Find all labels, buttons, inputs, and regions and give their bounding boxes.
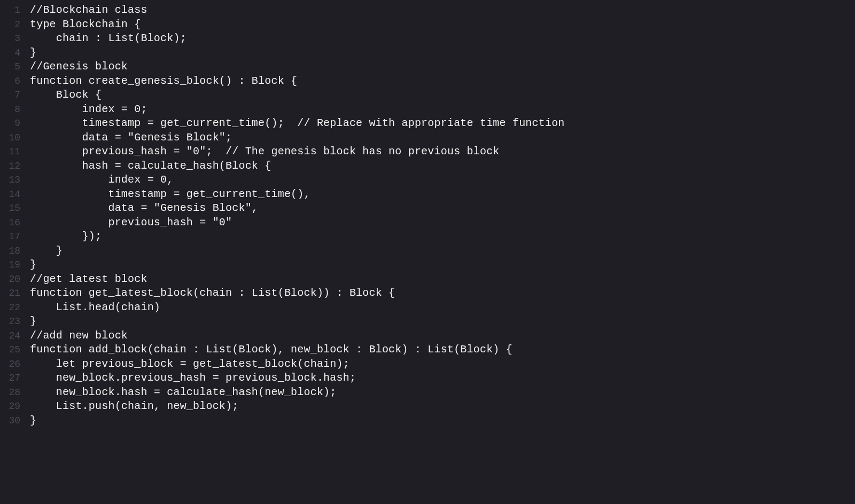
line-number: 24 — [0, 329, 20, 343]
code-line[interactable]: List.push(chain, new_block); — [30, 399, 855, 414]
line-number: 28 — [0, 385, 20, 400]
code-line[interactable]: } — [30, 414, 855, 428]
line-number: 15 — [0, 201, 20, 216]
code-line[interactable]: function get_latest_block(chain : List(B… — [30, 286, 855, 301]
line-number: 1 — [0, 3, 20, 18]
line-number: 22 — [0, 301, 20, 315]
code-line[interactable]: new_block.previous_hash = previous_block… — [30, 371, 855, 385]
line-number: 3 — [0, 32, 20, 46]
line-number: 12 — [0, 159, 20, 174]
line-number: 16 — [0, 216, 20, 230]
code-line[interactable]: let previous_block = get_latest_block(ch… — [30, 357, 855, 372]
line-number: 8 — [0, 103, 20, 117]
line-number: 5 — [0, 60, 20, 74]
code-line[interactable]: new_block.hash = calculate_hash(new_bloc… — [30, 385, 855, 400]
line-number: 26 — [0, 357, 20, 372]
code-line[interactable]: }); — [30, 230, 855, 244]
code-line[interactable]: //Genesis block — [30, 60, 855, 74]
line-number: 6 — [0, 74, 20, 89]
line-number: 30 — [0, 414, 20, 428]
code-line[interactable]: } — [30, 314, 855, 329]
line-number: 20 — [0, 272, 20, 287]
code-line[interactable]: function create_genesis_block() : Block … — [30, 74, 855, 89]
code-line[interactable]: } — [30, 258, 855, 272]
line-number: 9 — [0, 116, 20, 131]
line-number: 21 — [0, 286, 20, 301]
line-number: 10 — [0, 131, 20, 145]
line-number: 25 — [0, 343, 20, 357]
line-number-gutter: 1234567891011121314151617181920212223242… — [0, 3, 26, 428]
line-number: 14 — [0, 187, 20, 202]
line-number: 27 — [0, 371, 20, 385]
code-line[interactable]: Block { — [30, 88, 855, 103]
code-content-area[interactable]: //Blockchain classtype Blockchain { chai… — [26, 3, 855, 428]
code-line[interactable]: hash = calculate_hash(Block { — [30, 159, 855, 174]
code-line[interactable]: //add new block — [30, 329, 855, 343]
code-line[interactable]: timestamp = get_current_time(); // Repla… — [30, 116, 855, 131]
line-number: 7 — [0, 88, 20, 103]
line-number: 2 — [0, 18, 20, 32]
code-line[interactable]: data = "Genesis Block"; — [30, 131, 855, 145]
code-line[interactable]: index = 0; — [30, 103, 855, 117]
code-line[interactable]: List.head(chain) — [30, 301, 855, 315]
code-line[interactable]: } — [30, 244, 855, 258]
line-number: 19 — [0, 258, 20, 272]
code-line[interactable]: previous_hash = "0" — [30, 216, 855, 230]
line-number: 23 — [0, 314, 20, 329]
code-line[interactable]: type Blockchain { — [30, 18, 855, 32]
line-number: 29 — [0, 399, 20, 414]
line-number: 11 — [0, 145, 20, 159]
line-number: 4 — [0, 46, 20, 60]
code-line[interactable]: function add_block(chain : List(Block), … — [30, 343, 855, 357]
line-number: 17 — [0, 230, 20, 244]
code-editor[interactable]: 1234567891011121314151617181920212223242… — [0, 0, 855, 428]
code-line[interactable]: } — [30, 46, 855, 60]
line-number: 18 — [0, 244, 20, 258]
code-line[interactable]: timestamp = get_current_time(), — [30, 187, 855, 202]
code-line[interactable]: //get latest block — [30, 272, 855, 287]
code-line[interactable]: data = "Genesis Block", — [30, 201, 855, 216]
code-line[interactable]: chain : List(Block); — [30, 32, 855, 46]
code-line[interactable]: previous_hash = "0"; // The genesis bloc… — [30, 145, 855, 159]
code-line[interactable]: index = 0, — [30, 173, 855, 187]
line-number: 13 — [0, 173, 20, 187]
code-line[interactable]: //Blockchain class — [30, 3, 855, 18]
